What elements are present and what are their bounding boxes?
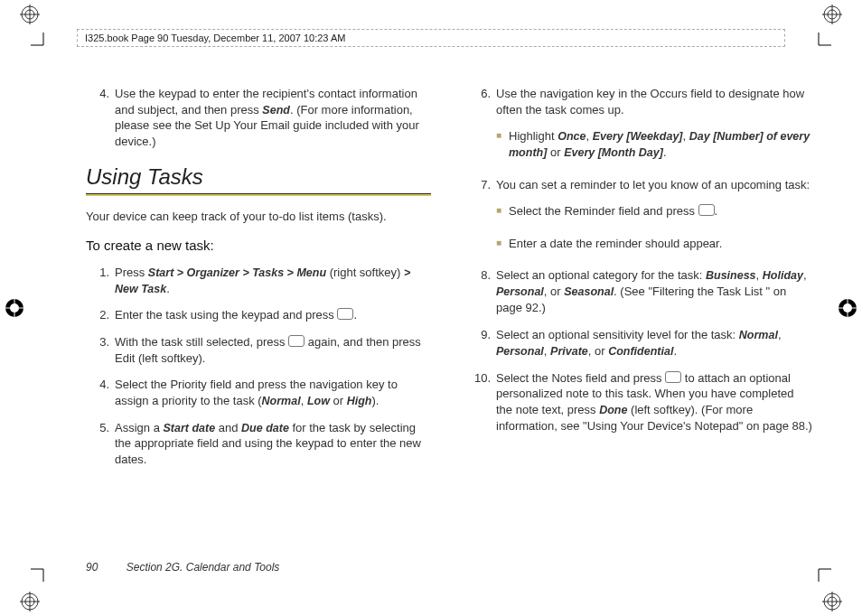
step-number: 4.	[86, 377, 115, 408]
sub-text: Select the Reminder field and press .	[509, 203, 812, 219]
page-number: 90	[86, 561, 98, 574]
footer-section: Section 2G. Calendar and Tools	[126, 561, 280, 574]
step-text: Select an optional sensitivity level for…	[496, 327, 812, 359]
reg-mark-icon	[838, 298, 857, 318]
step-number: 1.	[86, 265, 115, 297]
step-text: Use the navigation key in the Occurs fie…	[496, 86, 812, 117]
step-text: With the task still selected, press agai…	[115, 334, 431, 366]
bullet-icon: ■	[496, 128, 509, 161]
step-number: 2.	[86, 307, 115, 323]
page-footer: 90 Section 2G. Calendar and Tools	[86, 561, 279, 574]
section-heading: Using Tasks	[86, 163, 431, 191]
step-number: 5.	[86, 420, 115, 468]
reg-mark-icon	[20, 5, 40, 24]
step-text: Enter the task using the keypad and pres…	[115, 307, 431, 323]
crop-mark-icon	[813, 564, 831, 582]
center-key-icon	[337, 308, 353, 320]
step-text: Select the Priority field and press the …	[115, 377, 431, 408]
list-sub-item: ■Highlight Once, Every [Weekday], Day [N…	[467, 128, 812, 166]
step-text: Assign a Start date and Due date for the…	[115, 420, 431, 468]
bullet-icon: ■	[496, 203, 509, 219]
list-item: 1.Press Start > Organizer > Tasks > Menu…	[86, 265, 431, 297]
bullet-icon: ■	[496, 236, 509, 252]
step-text: Use the keypad to enter the recipient's …	[115, 86, 431, 150]
section-rule	[86, 193, 431, 196]
right-column: 6.Use the navigation key in the Occurs f…	[467, 86, 812, 557]
list-item: 6.Use the navigation key in the Occurs f…	[467, 86, 812, 117]
reg-mark-icon	[822, 592, 842, 611]
step-number: 3.	[86, 334, 115, 366]
crop-mark-icon	[31, 33, 49, 51]
list-item: 10.Select the Notes field and press to a…	[467, 370, 812, 434]
step-number: 4.	[86, 86, 115, 150]
list-item: 9.Select an optional sensitivity level f…	[467, 327, 812, 359]
step-text: Press Start > Organizer > Tasks > Menu (…	[115, 265, 431, 297]
center-key-icon	[665, 371, 681, 383]
list-sub-item: ■Select the Reminder field and press .	[467, 203, 812, 225]
list-item: 4.Select the Priority field and press th…	[86, 377, 431, 408]
step-number: 6.	[467, 86, 496, 117]
list-item: 3.With the task still selected, press ag…	[86, 334, 431, 366]
reg-mark-icon	[5, 298, 24, 318]
step-text: Select the Notes field and press to atta…	[496, 370, 812, 434]
crop-mark-icon	[31, 564, 49, 582]
list-item: 4. Use the keypad to enter the recipient…	[86, 86, 431, 150]
list-sub-item: ■Enter a date the reminder should appear…	[467, 236, 812, 257]
sub-text: Highlight Once, Every [Weekday], Day [Nu…	[509, 128, 812, 161]
sub-text: Enter a date the reminder should appear.	[509, 236, 812, 252]
intro-text: Your device can keep track of your to-do…	[86, 209, 431, 225]
list-item: 7.You can set a reminder to let you know…	[467, 177, 812, 193]
list-item: 2.Enter the task using the keypad and pr…	[86, 307, 431, 323]
subheading: To create a new task:	[86, 237, 431, 255]
step-number: 8.	[467, 267, 496, 315]
page-stamp: I325.book Page 90 Tuesday, December 11, …	[77, 29, 785, 47]
page-body: 4. Use the keypad to enter the recipient…	[86, 86, 812, 557]
step-number: 9.	[467, 327, 496, 359]
page-stamp-text: I325.book Page 90 Tuesday, December 11, …	[85, 33, 345, 43]
step-text: You can set a reminder to let you know o…	[496, 177, 812, 193]
crop-mark-icon	[813, 33, 831, 51]
center-key-icon	[288, 335, 305, 347]
reg-mark-icon	[20, 592, 40, 611]
list-item: 5.Assign a Start date and Due date for t…	[86, 420, 431, 468]
list-item: 8.Select an optional category for the ta…	[467, 267, 812, 315]
left-column: 4. Use the keypad to enter the recipient…	[86, 86, 431, 557]
step-number: 7.	[467, 177, 496, 193]
step-number: 10.	[467, 370, 496, 434]
reg-mark-icon	[822, 5, 842, 24]
step-text: Select an optional category for the task…	[496, 267, 812, 315]
center-key-icon	[698, 204, 715, 216]
